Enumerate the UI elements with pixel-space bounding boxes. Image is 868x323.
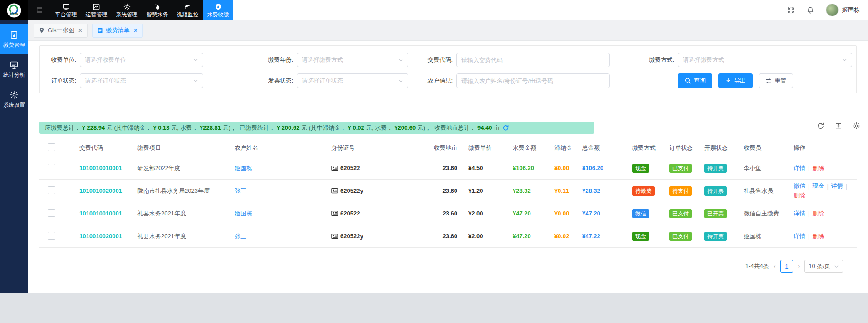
op-action-link[interactable]: 微信 <box>794 182 805 190</box>
pagination: 1-4共4条 ‹ 1 › 10 条/页 <box>745 260 843 273</box>
payment-code-input[interactable] <box>456 53 610 67</box>
row-height-icon[interactable] <box>835 122 842 130</box>
sidebar-item-1[interactable]: 统计分析 <box>0 54 28 84</box>
summary-bar: 应缴费总计： ¥ 228.94 元 (其中滞纳金： ¥ 0.13 元, 水费： … <box>39 122 594 134</box>
project-name: 礼县水务2021年度 <box>135 210 232 218</box>
summary-segment-13: 94.40 <box>477 124 492 131</box>
row-checkbox[interactable] <box>48 186 55 194</box>
row-checkbox[interactable] <box>48 209 55 217</box>
farmer-name-link[interactable]: 姬国栋 <box>235 165 252 171</box>
nav-item-5[interactable]: 水费收缴 <box>203 0 233 20</box>
farmer-name-link[interactable]: 张三 <box>235 233 246 240</box>
select-all-checkbox[interactable] <box>48 143 55 151</box>
pay-method-tag: 微信 <box>632 209 649 218</box>
reset-icon <box>765 78 772 84</box>
charge-area: 23.60 <box>430 165 457 171</box>
column-settings-icon[interactable] <box>853 122 860 130</box>
farmer-name-link[interactable]: 姬国栋 <box>235 210 252 217</box>
filter-invoice-status: 发票状态: 请选择订单状态 <box>255 73 408 88</box>
filter-farmer-info: 农户信息: <box>417 73 610 88</box>
op-delete-link[interactable]: 删除 <box>812 164 824 172</box>
page-number[interactable]: 1 <box>780 260 793 273</box>
collapse-menu-icon <box>36 6 43 14</box>
nav-item-4[interactable]: 视频监控 <box>172 0 203 20</box>
total-amount: ¥47.22 <box>577 233 625 240</box>
tab-close-icon[interactable]: ✕ <box>78 27 83 34</box>
charge-unit-select[interactable]: 请选择收费单位 <box>80 53 203 67</box>
invoice-status-select[interactable]: 请选择订单状态 <box>297 73 408 88</box>
id-number: 620522 <box>340 210 360 217</box>
app-window: RIEON 平台管理运营管理系统管理智慧水务视频监控水费收缴 姬国栋 缴费管理统… <box>0 0 868 323</box>
summary-segment-8: 元 (其中滞纳金： <box>299 124 348 132</box>
sidebar-item-2[interactable]: 系统设置 <box>0 84 28 114</box>
charge-area: 23.60 <box>430 210 457 217</box>
payment-method-select[interactable]: 请选择缴费方式 <box>678 53 852 67</box>
charge-area: 23.60 <box>430 187 457 194</box>
op-action-link[interactable]: 详情 <box>831 182 843 190</box>
op-action-link[interactable]: 现金 <box>812 182 824 190</box>
collector: 姬国栋 <box>736 232 788 240</box>
col-header-5: 缴费单价 <box>457 144 507 152</box>
unit-price: ¥2.00 <box>457 210 507 217</box>
farmer-info-input[interactable] <box>456 73 610 88</box>
table-header-row: 交费代码缴费项目农户姓名身份证号收费地亩缴费单价水费金额滞纳金总金额缴费方式订单… <box>39 139 857 157</box>
summary-segment-1: ¥ 228.94 <box>82 124 105 131</box>
op-action-link[interactable]: 详情 <box>794 232 805 240</box>
nav-item-2[interactable]: 系统管理 <box>112 0 142 20</box>
filter-payment-code: 交费代码: <box>417 53 610 67</box>
table-row-0: 1010010010001研发部2022年度姬国栋62052223.60¥4.5… <box>39 157 857 180</box>
sidebar-collapse-button[interactable] <box>28 0 51 20</box>
chevron-down-icon <box>193 78 198 83</box>
summary-refresh-icon[interactable] <box>502 124 509 131</box>
prev-page-icon[interactable]: ‹ <box>774 263 776 270</box>
summary-segment-5: ¥228.81 <box>200 124 221 131</box>
nav-item-1[interactable]: 运营管理 <box>81 0 112 20</box>
payment-year-select[interactable]: 请选择缴费方式 <box>297 53 408 67</box>
row-operations: 详情|删除 <box>794 210 857 218</box>
late-fee: ¥0.11 <box>550 187 577 194</box>
order-status-select[interactable]: 请选择订单状态 <box>80 73 203 88</box>
tab-1[interactable]: 缴费清单✕ <box>92 24 143 38</box>
row-checkbox[interactable] <box>48 232 55 240</box>
op-delete-link[interactable]: 删除 <box>812 210 824 218</box>
pay-method-tag: 待缴费 <box>632 186 655 196</box>
tab-close-icon[interactable]: ✕ <box>133 27 138 34</box>
nav-item-3[interactable]: 智慧水务 <box>142 0 172 20</box>
next-page-icon[interactable]: › <box>798 263 800 270</box>
op-action-link[interactable]: 详情 <box>794 164 805 172</box>
col-header-4: 收费地亩 <box>430 144 457 152</box>
payment-code: 1010010020001 <box>71 187 135 194</box>
nav-item-0[interactable]: 平台管理 <box>51 0 81 20</box>
app-logo: RIEON <box>0 0 28 20</box>
filter-order-status: 订单状态: 请选择订单状态 <box>44 73 203 88</box>
bell-icon[interactable] <box>807 6 814 14</box>
invoice-status-tag: 待开票 <box>704 164 727 173</box>
export-button[interactable]: 导出 <box>718 73 753 88</box>
tab-0[interactable]: Gis一张图✕ <box>34 24 88 38</box>
fullscreen-icon[interactable] <box>787 6 795 14</box>
id-card-icon <box>331 210 338 216</box>
reset-button[interactable]: 重置 <box>759 73 793 88</box>
op-delete-link[interactable]: 删除 <box>794 191 805 200</box>
col-header-2: 农户姓名 <box>232 144 330 152</box>
payment-code-label: 交费代码: <box>417 56 453 64</box>
farmer-name-link[interactable]: 张三 <box>235 187 246 194</box>
op-action-link[interactable]: 详情 <box>794 210 805 218</box>
search-button[interactable]: 查询 <box>678 73 712 88</box>
chart-icon <box>93 3 100 10</box>
sidebar-item-0[interactable]: 缴费管理 <box>0 24 28 54</box>
project-name: 礼县水务2021年度 <box>135 232 232 240</box>
op-delete-link[interactable]: 删除 <box>812 232 824 240</box>
refresh-icon[interactable] <box>817 122 824 130</box>
id-number: 620522 <box>340 165 360 171</box>
order-status-label: 订单状态: <box>44 77 76 85</box>
order-status-tag: 已支付 <box>669 232 692 241</box>
chevron-down-icon <box>834 264 839 269</box>
chevron-down-icon <box>842 58 847 63</box>
col-header-6: 水费金额 <box>507 144 550 152</box>
page-size-select[interactable]: 10 条/页 <box>804 260 843 273</box>
filter-buttons: 查询 导出 重置 <box>678 73 793 88</box>
collector: 礼县售水员 <box>736 187 788 195</box>
user-menu[interactable]: 姬国栋 <box>826 4 860 16</box>
row-checkbox[interactable] <box>48 164 55 171</box>
